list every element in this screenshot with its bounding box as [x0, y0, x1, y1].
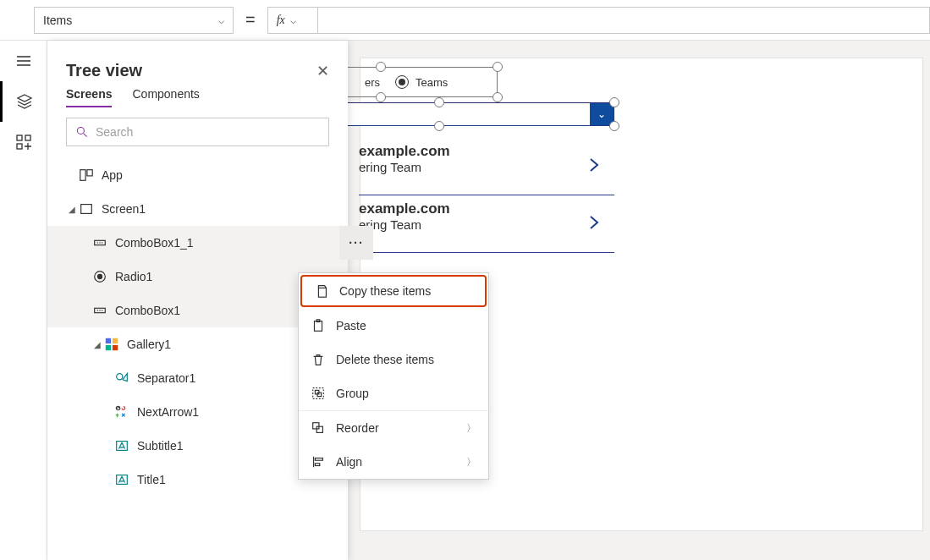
menu-copy[interactable]: Copy these items	[300, 275, 487, 307]
group-icon	[311, 386, 326, 401]
gallery-item-subtitle: ering Team	[359, 217, 614, 232]
svg-rect-5	[87, 170, 92, 176]
radio-icon	[91, 268, 108, 285]
formula-input[interactable]	[318, 7, 930, 34]
svg-rect-33	[315, 458, 322, 461]
equals-label: =	[245, 10, 256, 30]
svg-rect-1	[25, 135, 30, 140]
paste-icon	[311, 318, 326, 333]
expand-icon[interactable]: ◢	[91, 340, 103, 349]
menu-label: Reorder	[336, 421, 379, 435]
svg-point-10	[102, 242, 102, 243]
trash-icon	[311, 352, 326, 367]
more-icon: ···	[349, 236, 364, 250]
tree-label: NextArrow1	[137, 405, 199, 419]
svg-rect-0	[17, 135, 22, 140]
property-dropdown[interactable]: Items ⌵	[34, 7, 234, 34]
tree-label: Gallery1	[127, 338, 171, 351]
next-arrow-icon[interactable]	[586, 214, 603, 233]
tree-label: Radio1	[115, 270, 152, 283]
combobox-icon	[91, 302, 108, 319]
fx-dropdown[interactable]: fx ⌵	[267, 7, 318, 34]
svg-point-21	[117, 374, 123, 380]
tree-label: ComboBox1_1	[115, 236, 194, 250]
menu-align[interactable]: Align 〉	[299, 445, 488, 479]
svg-rect-17	[106, 338, 111, 343]
expand-icon[interactable]: ◢	[66, 205, 78, 214]
svg-rect-34	[315, 464, 319, 466]
tab-screens[interactable]: Screens	[66, 87, 112, 107]
chevron-right-icon: 〉	[466, 455, 476, 469]
tree-label: Separator1	[137, 371, 195, 385]
rail-hamburger[interactable]	[0, 41, 47, 81]
property-name: Items	[43, 14, 72, 27]
left-rail	[0, 41, 47, 560]
tree-label: App	[102, 168, 123, 182]
svg-rect-32	[316, 426, 322, 432]
tree-label: Screen1	[102, 202, 146, 216]
copy-icon	[314, 283, 329, 299]
chevron-down-icon: ⌵	[218, 14, 224, 26]
next-arrow-icon[interactable]	[586, 156, 603, 176]
svg-rect-28	[313, 388, 324, 399]
search-input[interactable]: Search	[66, 118, 329, 146]
svg-point-12	[97, 274, 102, 279]
menu-label: Align	[336, 455, 362, 469]
svg-point-3	[77, 127, 84, 134]
grid-plus-icon	[15, 134, 32, 151]
svg-rect-26	[315, 321, 322, 332]
svg-point-8	[97, 242, 98, 243]
tree-combobox1-1[interactable]: ComboBox1_1 ···	[47, 226, 348, 260]
rail-insert[interactable]	[0, 122, 47, 162]
menu-delete[interactable]: Delete these items	[299, 343, 488, 376]
screen-icon	[78, 200, 95, 217]
tree-label: ComboBox1	[115, 304, 180, 317]
tab-components[interactable]: Components	[132, 87, 199, 107]
svg-rect-6	[81, 205, 92, 214]
chevron-down-icon: ⌵	[290, 14, 296, 26]
search-icon	[75, 125, 89, 139]
gallery-item-subtitle: ering Team	[359, 160, 614, 174]
svg-rect-20	[113, 345, 118, 350]
radio-button-icon[interactable]	[395, 75, 409, 89]
radio-option-label: Teams	[415, 76, 448, 89]
label-icon	[113, 437, 130, 454]
gallery-item-title: example.com	[359, 200, 614, 217]
more-button[interactable]: ···	[339, 226, 373, 260]
menu-label: Delete these items	[336, 353, 434, 366]
gallery-item-title: example.com	[359, 143, 614, 160]
chevron-down-icon[interactable]: ⌄	[590, 103, 614, 125]
svg-rect-31	[313, 423, 319, 429]
menu-label: Group	[336, 387, 369, 400]
nextarrow-icon	[113, 404, 130, 420]
chevron-right-icon: 〉	[466, 421, 476, 436]
menu-label: Paste	[336, 319, 366, 332]
close-icon[interactable]: ✕	[316, 62, 329, 80]
tree-screen1[interactable]: ◢ Screen1	[47, 192, 348, 226]
context-menu: Copy these items Paste Delete these item…	[298, 272, 489, 480]
gallery-item[interactable]: example.com ering Team	[359, 195, 614, 253]
label-icon	[113, 471, 130, 488]
combobox-icon	[91, 234, 108, 251]
svg-point-9	[99, 242, 100, 243]
svg-point-14	[97, 310, 98, 310]
svg-rect-2	[17, 144, 22, 149]
menu-group[interactable]: Group	[299, 376, 488, 410]
reorder-icon	[311, 420, 326, 436]
layers-icon	[16, 93, 33, 110]
tree-label: Subtitle1	[137, 439, 183, 453]
svg-rect-25	[318, 288, 326, 297]
gallery-item[interactable]: example.com ering Team	[359, 138, 614, 195]
rail-tree-view[interactable]	[0, 81, 47, 122]
svg-rect-4	[80, 170, 85, 181]
menu-reorder[interactable]: Reorder 〉	[299, 411, 488, 445]
menu-paste[interactable]: Paste	[299, 309, 488, 343]
panel-tabs: Screens Components	[47, 87, 348, 113]
tree-label: Title1	[137, 473, 166, 486]
tree-app[interactable]: App	[47, 158, 348, 192]
svg-point-16	[102, 310, 102, 310]
separator-icon	[113, 370, 130, 387]
panel-title: Tree view	[66, 61, 142, 80]
svg-point-15	[99, 310, 100, 310]
search-placeholder: Search	[96, 125, 133, 139]
